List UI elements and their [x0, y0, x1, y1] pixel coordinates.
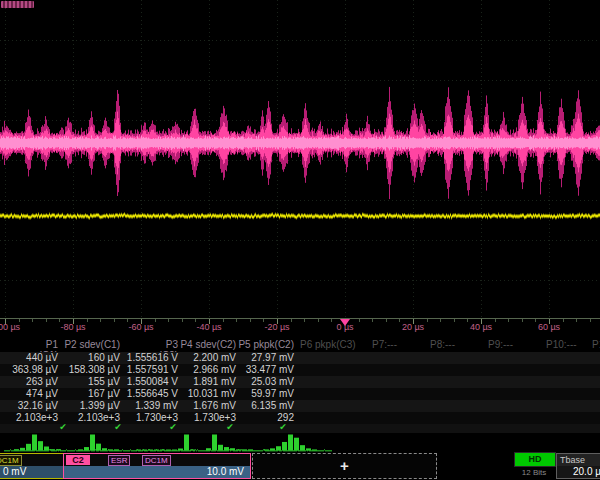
- measure-header-disabled[interactable]: P6 pkpk(C3): [300, 339, 356, 350]
- measure-row: 440 µV160 µV1.555616 V2.200 mV27.97 mV: [0, 352, 600, 364]
- measure-header[interactable]: P2 sdev(C1): [62, 339, 120, 350]
- measure-status-check: ✔: [279, 422, 287, 432]
- waveform-grid-canvas[interactable]: [0, 0, 600, 318]
- measure-cell[interactable]: 263 µV: [0, 376, 58, 387]
- measure-cell[interactable]: 1.555616 V: [120, 352, 178, 363]
- measure-cell[interactable]: 1.891 mV: [178, 376, 236, 387]
- measure-cell[interactable]: 2.200 mV: [178, 352, 236, 363]
- axis-tick-label: -100 µs: [0, 322, 20, 332]
- c2-scale-value: 10.0 mV: [64, 466, 250, 478]
- axis-labels: -100 µs-80 µs-60 µs-40 µs-20 µs0 µs20 µs…: [0, 319, 600, 333]
- measurement-table: P1 mean(C1)P2 sdev(C1)P3 mean(C2)P4 sdev…: [0, 339, 600, 424]
- axis-tick-label: 20 µs: [402, 322, 424, 332]
- measure-cell[interactable]: 6.135 mV: [236, 400, 294, 411]
- measure-cell[interactable]: 2.966 mV: [178, 364, 236, 375]
- measure-cell[interactable]: 155 µV: [62, 376, 120, 387]
- trigger-marker[interactable]: [340, 319, 350, 326]
- measure-cell[interactable]: 1.557591 V: [120, 364, 178, 375]
- measure-status-row: ✔✔✔✔✔: [0, 424, 600, 433]
- measure-cell[interactable]: 160 µV: [62, 352, 120, 363]
- c2-esr-badge: ESR: [108, 455, 130, 466]
- add-trace-button[interactable]: +: [252, 453, 437, 479]
- axis-tick-label: 40 µs: [470, 322, 492, 332]
- c2-channel-label: C2: [66, 455, 90, 465]
- measure-header-disabled[interactable]: P8:---: [430, 339, 455, 350]
- measure-status-check: ✔: [114, 422, 122, 432]
- measure-cell[interactable]: 25.03 mV: [236, 376, 294, 387]
- measure-cell[interactable]: 32.16 µV: [0, 400, 58, 411]
- measure-cell[interactable]: 1.339 mV: [120, 400, 178, 411]
- histicon-strip[interactable]: [0, 433, 600, 452]
- measure-cell[interactable]: 10.031 mV: [178, 388, 236, 399]
- measure-row: 263 µV155 µV1.550084 V1.891 mV25.03 mV: [0, 376, 600, 388]
- time-axis: -100 µs-80 µs-60 µs-40 µs-20 µs0 µs20 µs…: [0, 318, 600, 333]
- axis-tick-label: -20 µs: [264, 322, 289, 332]
- measure-cell[interactable]: 1.676 mV: [178, 400, 236, 411]
- measure-row: 2.103e+32.103e+31.730e+31.730e+3292: [0, 412, 600, 424]
- axis-tick-label: -60 µs: [128, 322, 153, 332]
- measure-status-check: ✔: [226, 422, 234, 432]
- measure-status-check: ✔: [169, 422, 177, 432]
- descriptor-bar: DC1M 0 mV C2 ESR DC1M 10.0 mV + HD 12 Bi…: [0, 452, 600, 480]
- channel-c1-descriptor[interactable]: DC1M 0 mV: [0, 453, 64, 479]
- measure-cell[interactable]: 158.308 µV: [62, 364, 120, 375]
- measure-cell[interactable]: 33.477 mV: [236, 364, 294, 375]
- c1-scale-value: 0 mV: [0, 466, 63, 478]
- measure-header-row: P1 mean(C1)P2 sdev(C1)P3 mean(C2)P4 sdev…: [0, 339, 600, 352]
- axis-tick-label: -80 µs: [60, 322, 85, 332]
- measure-cell[interactable]: 167 µV: [62, 388, 120, 399]
- hd-bits-label: 12 Bits: [514, 468, 554, 477]
- measure-cell[interactable]: 1.399 µV: [62, 400, 120, 411]
- timebase-descriptor[interactable]: Tbase 20.0 µ: [556, 453, 600, 479]
- measure-cell[interactable]: 1.550084 V: [120, 376, 178, 387]
- measure-header-disabled[interactable]: P10:---: [546, 339, 577, 350]
- axis-tick-label: 60 µs: [538, 322, 560, 332]
- measure-cell[interactable]: 27.97 mV: [236, 352, 294, 363]
- top-left-annotation: [1, 1, 34, 8]
- channel-c2-descriptor[interactable]: C2 ESR DC1M 10.0 mV: [63, 453, 251, 479]
- measure-row: 363.98 µV158.308 µV1.557591 V2.966 mV33.…: [0, 364, 600, 376]
- timebase-value: 20.0 µ: [557, 466, 600, 478]
- hd-mode-badge[interactable]: HD: [514, 452, 556, 467]
- measure-cell[interactable]: 59.97 mV: [236, 388, 294, 399]
- timebase-label: Tbase: [557, 454, 600, 466]
- measure-header-disabled[interactable]: P7:---: [372, 339, 397, 350]
- measure-cell[interactable]: 474 µV: [0, 388, 58, 399]
- axis-tick-label: -40 µs: [196, 322, 221, 332]
- measure-header-disabled[interactable]: P1: [592, 339, 600, 350]
- measure-header[interactable]: P4 sdev(C2): [178, 339, 236, 350]
- c1-coupling-badge: DC1M: [0, 455, 22, 466]
- c2-coupling-badge: DC1M: [142, 455, 171, 466]
- measure-row: 32.16 µV1.399 µV1.339 mV1.676 mV6.135 mV: [0, 400, 600, 412]
- measure-cell[interactable]: 2.103e+3: [62, 412, 120, 423]
- measure-header-disabled[interactable]: P9:---: [488, 339, 513, 350]
- measure-cell[interactable]: 1.556645 V: [120, 388, 178, 399]
- measure-cell[interactable]: 440 µV: [0, 352, 58, 363]
- measure-cell[interactable]: 363.98 µV: [0, 364, 58, 375]
- measure-header[interactable]: P5 pkpk(C2): [236, 339, 294, 350]
- measure-status-check: ✔: [59, 422, 67, 432]
- oscilloscope-screen: -100 µs-80 µs-60 µs-40 µs-20 µs0 µs20 µs…: [0, 0, 600, 480]
- measure-row: 474 µV167 µV1.556645 V10.031 mV59.97 mV: [0, 388, 600, 400]
- measure-cell[interactable]: 2.103e+3: [0, 412, 58, 423]
- measure-body: 440 µV160 µV1.555616 V2.200 mV27.97 mV36…: [0, 352, 600, 424]
